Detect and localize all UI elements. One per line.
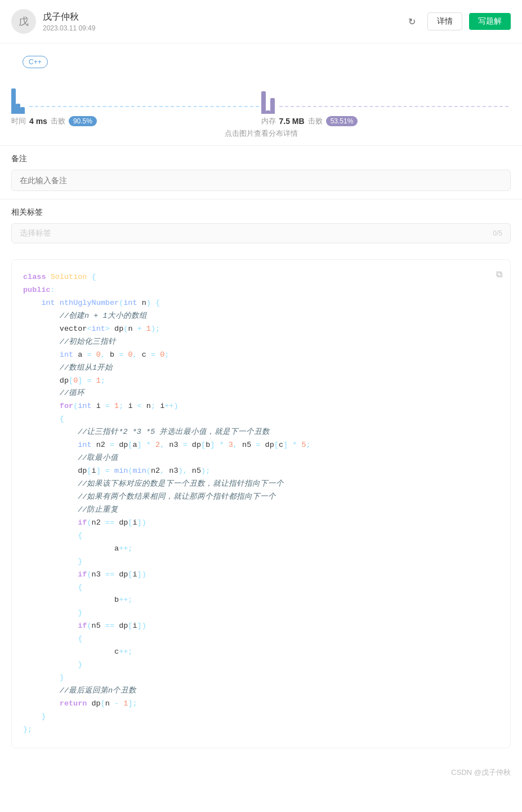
beat-label-right: 击败: [308, 116, 323, 126]
time-dashed-line: [29, 106, 259, 107]
memory-label: 内存: [261, 116, 276, 126]
time-chart: [11, 83, 25, 114]
mem-bar-3: [270, 98, 275, 114]
tags-selector[interactable]: 选择标签 0/5: [11, 223, 511, 243]
stats-section: 时间 4 ms 击败 90.5% 内存 7.5 MB 击败 53.51%: [0, 75, 522, 126]
note-input[interactable]: [11, 170, 511, 191]
tags-section: 相关标签 选择标签 0/5: [0, 199, 522, 251]
user-date: 2023.03.11 09:49: [43, 24, 403, 32]
language-tag[interactable]: C++: [23, 56, 48, 68]
tags-placeholder: 选择标签: [20, 228, 51, 238]
mem-bar-1: [261, 91, 266, 114]
copy-icon[interactable]: ⧉: [496, 268, 502, 283]
bar-2: [16, 104, 20, 114]
detail-button[interactable]: 详情: [427, 12, 462, 30]
time-value: 4 ms: [29, 117, 47, 126]
user-info: 戊子仲秋 2023.03.11 09:49: [43, 11, 403, 32]
beat-percentage-time: 90.5%: [69, 116, 97, 126]
bar-3: [20, 107, 25, 114]
bar-1: [11, 88, 16, 114]
code-block: ⧉ class Solution { public: int nthUglyNu…: [11, 259, 511, 748]
footer: CSDN @戊子仲秋: [0, 756, 522, 789]
time-label: 时间: [11, 116, 26, 126]
memory-chart: [261, 83, 275, 114]
avatar: 戊: [11, 9, 36, 34]
write-solution-button[interactable]: 写题解: [469, 13, 511, 30]
memory-dashed-line: [279, 106, 509, 107]
mem-bar-2: [266, 110, 270, 114]
dist-hint[interactable]: 点击图片查看分布详情: [0, 126, 522, 145]
footer-text: CSDN @戊子仲秋: [451, 768, 511, 776]
memory-value: 7.5 MB: [279, 117, 305, 126]
beat-percentage-memory: 53.51%: [326, 116, 358, 126]
note-section: 备注: [0, 145, 522, 199]
tags-count: 0/5: [493, 229, 502, 237]
beat-label-left: 击败: [51, 116, 65, 126]
header-actions: ↻ 详情 写题解: [403, 12, 511, 30]
tags-title: 相关标签: [11, 207, 511, 218]
header: 戊 戊子仲秋 2023.03.11 09:49 ↻ 详情 写题解: [0, 0, 522, 43]
user-name: 戊子仲秋: [43, 11, 403, 23]
refresh-button[interactable]: ↻: [403, 12, 421, 30]
note-title: 备注: [11, 154, 511, 164]
